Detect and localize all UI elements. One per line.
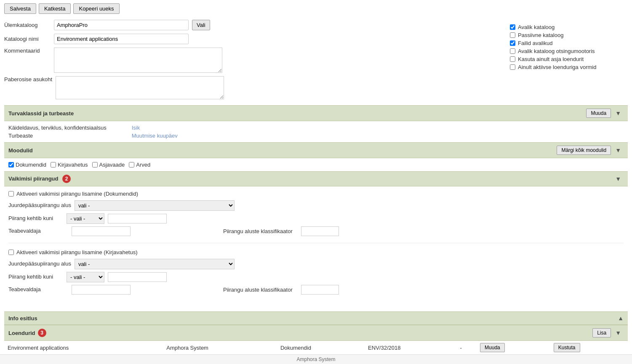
vaikimisi-badge: 2: [62, 175, 71, 183]
module-kirjavahetus: Kirjavahetus: [51, 162, 88, 168]
teabevaldaja2-input[interactable]: [72, 285, 131, 295]
activate-kirjavahetus-checkbox[interactable]: [8, 250, 14, 255]
piirang1-kehtib-select[interactable]: - vali -: [67, 213, 104, 224]
salvesta-button[interactable]: Salvesta: [4, 3, 36, 14]
juurdepaasupiir1-label: Juurdepääsupiirangu alus: [8, 202, 71, 209]
checkbox-avalik-otsingumootoris: Avalik kataloog otsingumootoris: [510, 48, 628, 54]
loendurid-lisa-button[interactable]: Lisa: [592, 328, 611, 337]
turvaklassid-right-col: Isik Muutmise kuupäev: [132, 125, 178, 139]
loendurid-table-body: Environment applications Amphora System …: [4, 341, 628, 354]
moodulid-actions: Märgi kõik moodulid ▼: [557, 146, 624, 155]
kommentaarid-label: Kommentaarid: [4, 48, 51, 54]
juurdepaasupiir1-select[interactable]: vali -: [75, 200, 235, 211]
paber-section: Paberosise asukoht: [4, 76, 501, 99]
top-section: Ülemkataloog Vali Kataloogi nimi Komment…: [4, 17, 628, 105]
teabevaldaja1-input[interactable]: [72, 226, 131, 236]
piirangu-group-kirjavahetus: Aktiveeri vaikimisi piirangu lisamine (K…: [8, 249, 624, 301]
ylemarkataloog-input[interactable]: [54, 20, 189, 30]
checkbox-failid-avalikud-input[interactable]: [510, 40, 515, 46]
module-kirjavahetus-label: Kirjavahetus: [58, 162, 88, 168]
activate-dokumendid-checkbox[interactable]: [8, 191, 14, 197]
piirangu-group-dokumendid: Aktiveeri vaikimisi piirangu lisamine (D…: [8, 191, 624, 243]
loendurid-title: Loendurid 3: [8, 329, 46, 337]
piirang1-kehtib-row: Piirang kehtib kuni - vali -: [8, 213, 624, 224]
klassifikaator2-input[interactable]: [301, 285, 339, 295]
ylemarkataloog-label: Ülemkataloog: [4, 22, 51, 28]
table-cell-col4: ENV/32/2018: [365, 341, 456, 354]
module-kirjavahetus-checkbox[interactable]: [51, 162, 56, 167]
klassifikaator1-label: Piirangu aluste klassifikaator: [223, 228, 293, 234]
table-cell-muuda: Muuda: [477, 341, 550, 354]
checkbox-avalik-kataloog-input[interactable]: [510, 24, 515, 30]
paber-label: Paberosise asukoht: [4, 76, 52, 83]
piirang2-kehtib-input[interactable]: [108, 272, 167, 282]
juurdepaasupiir2-row: Juurdepääsupiirangu alus vali -: [8, 259, 624, 269]
checkbox-passiivne-kataloog-input[interactable]: [510, 32, 515, 38]
main-content: Ülemkataloog Vali Kataloogi nimi Komment…: [0, 17, 632, 354]
moodulid-dropdown-icon[interactable]: ▼: [613, 146, 624, 154]
turvaklassid-kuupaev-link[interactable]: Muutmise kuupäev: [132, 133, 178, 139]
juurdepaasupiir2-select[interactable]: vali -: [75, 259, 235, 269]
vaikimisi-dropdown-icon[interactable]: ▼: [613, 175, 624, 183]
vali-button[interactable]: Vali: [192, 20, 210, 30]
checkbox-group: Avalik kataloog Passiivne kataloog Faili…: [510, 24, 628, 70]
module-dokumendid-checkbox[interactable]: [8, 162, 14, 167]
info-esitlus-arrow-icon[interactable]: ▲: [618, 315, 624, 321]
info-esitlus-header: Info esitlus ▲: [4, 311, 628, 325]
module-arved-label: Arved: [136, 162, 150, 168]
turvaklassid-row1-left: Käideldavus, terviklus, konfidentsiaalsu…: [8, 125, 107, 131]
vaikimisi-header: Vaikimisi piirangud 2 ▼: [4, 171, 628, 186]
kopeeri-button[interactable]: Kopeeri uueks: [73, 3, 119, 14]
module-dokumendid-label: Dokumendid: [16, 162, 46, 168]
activate-dokumendid-label: Aktiveeri vaikimisi piirangu lisamine (D…: [16, 191, 138, 197]
loendurid-row-kustuta-button[interactable]: Kustuta: [554, 343, 580, 352]
turvaklassid-title: Turvaklassid ja turbeaste: [8, 110, 74, 117]
table-cell-kustuta: Kustuta: [550, 341, 628, 354]
loendurid-dropdown-icon[interactable]: ▼: [613, 329, 624, 337]
piirang2-kehtib-select[interactable]: - vali -: [67, 272, 104, 282]
info-esitlus-title: Info esitlus: [8, 315, 37, 321]
loendurid-actions: Lisa ▼: [592, 328, 624, 337]
checkbox-avalik-kataloog: Avalik kataloog: [510, 24, 628, 30]
teabevaldaja1-row: Teabevaldaja Piirangu aluste klassifikaa…: [8, 226, 624, 236]
module-asjavaade-label: Asjavaade: [99, 162, 125, 168]
turvaklassid-row: Käideldavus, terviklus, konfidentsiaalsu…: [8, 125, 624, 139]
moodulid-title: Moodulid: [8, 147, 33, 154]
loendurid-badge: 3: [38, 329, 46, 337]
vaikimisi-body: Aktiveeri vaikimisi piirangu lisamine (D…: [4, 186, 628, 311]
loendurid-row-muuda-button[interactable]: Muuda: [480, 343, 505, 352]
klassifikaator1-input[interactable]: [301, 226, 339, 236]
loendurid-table-section: Environment applications Amphora System …: [4, 341, 628, 354]
katkesta-button[interactable]: Katkesta: [39, 3, 71, 14]
checkbox-kasuta-ainult-input[interactable]: [510, 56, 515, 62]
checkbox-ainult-aktiivse: Ainult aktiivse loenduriga vormid: [510, 64, 628, 70]
table-cell-col2: Amphora System: [163, 341, 277, 354]
module-asjavaade-checkbox[interactable]: [92, 162, 98, 167]
turvaklassid-isik-link[interactable]: Isik: [132, 125, 178, 131]
paber-textarea[interactable]: [56, 76, 224, 99]
juurdepaasupiir2-label: Juurdepääsupiirangu alus: [8, 260, 71, 268]
activate-kirjavahetus-row: Aktiveeri vaikimisi piirangu lisamine (K…: [8, 249, 624, 255]
teabevaldaja2-label: Teabevaldaja: [8, 286, 63, 293]
turvaklassid-row2-left: Turbeaste: [8, 133, 107, 139]
module-arved-checkbox[interactable]: [129, 162, 134, 167]
table-cell-col5: -: [456, 341, 477, 354]
moodulid-body: Dokumendid Kirjavahetus Asjavaade Arved: [4, 158, 628, 171]
turvaklassid-muuda-button[interactable]: Muuda: [586, 109, 611, 118]
turvaklassid-body: Käideldavus, terviklus, konfidentsiaalsu…: [4, 121, 628, 142]
module-dokumendid: Dokumendid: [8, 162, 46, 168]
checkbox-avalik-otsingumootoris-input[interactable]: [510, 48, 515, 54]
module-asjavaade: Asjavaade: [92, 162, 125, 168]
kommentaarid-textarea[interactable]: [54, 48, 222, 73]
moodulid-header: Moodulid Märgi kõik moodulid ▼: [4, 142, 628, 158]
checkbox-passiivne-kataloog: Passiivne kataloog: [510, 32, 628, 38]
checkbox-ainult-aktiivse-input[interactable]: [510, 64, 515, 70]
kataloogi-nimi-input[interactable]: [54, 34, 189, 44]
turvaklassid-dropdown-icon[interactable]: ▼: [613, 109, 624, 117]
kataloogi-nimi-row: Kataloogi nimi: [4, 34, 501, 44]
piirang1-kehtib-input[interactable]: [108, 214, 167, 223]
turvaklassid-left-col: Käideldavus, terviklus, konfidentsiaalsu…: [8, 125, 107, 139]
kommentaarid-section: Kommentaarid: [4, 48, 501, 73]
kataloogi-nimi-label: Kataloogi nimi: [4, 36, 51, 42]
moodulid-margi-button[interactable]: Märgi kõik moodulid: [557, 146, 611, 155]
